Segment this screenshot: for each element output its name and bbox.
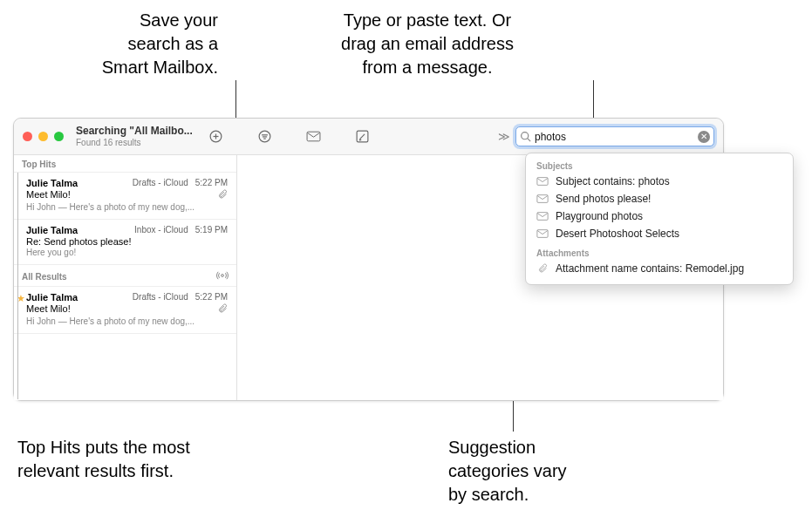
message-list: Top Hits Julie Talma Drafts - iCloud 5:2… bbox=[14, 155, 237, 400]
message-mailbox: Drafts - iCloud bbox=[133, 292, 188, 303]
message-subject: Meet Milo! bbox=[26, 189, 71, 201]
message-row[interactable]: Julie Talma Drafts - iCloud 5:22 PM Meet… bbox=[14, 173, 236, 220]
suggestion-label: Send photos please! bbox=[556, 193, 651, 205]
svg-line-10 bbox=[528, 139, 530, 141]
relevance-icon bbox=[216, 269, 229, 283]
message-sender: Julie Talma bbox=[26, 292, 78, 303]
attachment-icon bbox=[217, 189, 228, 201]
svg-rect-14 bbox=[537, 213, 548, 221]
message-subject: Meet Milo! bbox=[26, 303, 71, 316]
section-header-top-hits: Top Hits bbox=[14, 155, 236, 173]
suggestion-item[interactable]: Attachment name contains: Remodel.jpg bbox=[526, 260, 793, 277]
filter-button[interactable] bbox=[252, 125, 276, 149]
suggestion-label: Attachment name contains: Remodel.jpg bbox=[556, 262, 744, 275]
mail-icon[interactable] bbox=[301, 125, 325, 149]
selection-indicator bbox=[17, 173, 18, 399]
suggestion-item[interactable]: Send photos please! bbox=[526, 190, 793, 207]
message-row[interactable]: Julie Talma Inbox - iCloud 5:19 PM Re: S… bbox=[14, 220, 236, 265]
suggestion-item[interactable]: Desert Photoshoot Selects bbox=[526, 225, 793, 242]
svg-rect-13 bbox=[537, 195, 548, 203]
suggestions-header-attachments: Attachments bbox=[526, 246, 793, 260]
message-row[interactable]: ★ Julie Talma Drafts - iCloud 5:22 PM Me… bbox=[14, 287, 236, 334]
top-hits-label: Top Hits bbox=[22, 160, 56, 169]
clear-search-button[interactable]: ✕ bbox=[698, 131, 710, 143]
message-sender: Julie Talma bbox=[26, 178, 78, 188]
close-window-button[interactable] bbox=[23, 132, 32, 141]
suggestion-item[interactable]: Subject contains: photos bbox=[526, 173, 793, 190]
message-time: 5:19 PM bbox=[195, 225, 228, 235]
toolbar: Searching "All Mailbo... Found 16 result… bbox=[14, 119, 723, 155]
callout-search-help: Type or paste text. Ordrag an email addr… bbox=[314, 9, 541, 79]
message-preview: Here you go! bbox=[26, 248, 228, 257]
search-icon bbox=[520, 131, 531, 142]
callout-suggestions: Suggestioncategories varyby search. bbox=[448, 436, 623, 507]
section-header-all-results: All Results bbox=[14, 265, 236, 287]
minimize-window-button[interactable] bbox=[38, 132, 48, 141]
svg-rect-12 bbox=[537, 178, 548, 186]
svg-point-9 bbox=[522, 133, 529, 139]
mail-window: Searching "All Mailbo... Found 16 result… bbox=[13, 118, 724, 401]
suggestion-label: Subject contains: photos bbox=[556, 175, 670, 187]
attachment-icon bbox=[217, 303, 228, 316]
search-input[interactable] bbox=[535, 131, 698, 143]
compose-button[interactable] bbox=[350, 125, 374, 149]
paperclip-icon bbox=[536, 263, 549, 274]
callout-smart-mailbox: Save yoursearch as aSmart Mailbox. bbox=[61, 9, 218, 79]
svg-point-11 bbox=[222, 275, 224, 277]
suggestion-label: Playground photos bbox=[556, 210, 643, 222]
suggestions-header-subjects: Subjects bbox=[526, 159, 793, 173]
window-subtitle: Found 16 results bbox=[76, 138, 198, 147]
save-smart-mailbox-button[interactable] bbox=[203, 125, 228, 149]
window-title-block: Searching "All Mailbo... Found 16 result… bbox=[76, 126, 198, 146]
fullscreen-window-button[interactable] bbox=[54, 132, 64, 141]
window-controls bbox=[23, 132, 64, 141]
message-preview: Hi John — Here's a photo of my new dog,.… bbox=[26, 202, 228, 212]
envelope-icon bbox=[536, 176, 549, 187]
search-suggestions-popover: Subjects Subject contains: photos Send p… bbox=[525, 153, 794, 285]
callout-top-hits: Top Hits puts the mostrelevant results f… bbox=[17, 436, 227, 483]
overflow-icon[interactable]: ≫ bbox=[498, 130, 510, 143]
message-subject: Re: Send photos please! bbox=[26, 236, 131, 247]
message-time: 5:22 PM bbox=[195, 292, 228, 303]
message-mailbox: Inbox - iCloud bbox=[134, 225, 188, 235]
envelope-icon bbox=[536, 228, 549, 239]
search-field-container: ✕ bbox=[515, 126, 714, 146]
suggestion-item[interactable]: Playground photos bbox=[526, 207, 793, 225]
window-title: Searching "All Mailbo... bbox=[76, 126, 198, 137]
message-sender: Julie Talma bbox=[26, 225, 78, 235]
envelope-icon bbox=[536, 194, 549, 204]
svg-rect-7 bbox=[307, 132, 320, 141]
envelope-icon bbox=[536, 211, 549, 221]
message-time: 5:22 PM bbox=[195, 178, 228, 188]
message-mailbox: Drafts - iCloud bbox=[133, 178, 188, 188]
svg-rect-15 bbox=[537, 230, 548, 238]
all-results-label: All Results bbox=[22, 272, 67, 282]
suggestion-label: Desert Photoshoot Selects bbox=[556, 228, 679, 240]
message-preview: Hi John — Here's a photo of my new dog,.… bbox=[26, 316, 228, 326]
